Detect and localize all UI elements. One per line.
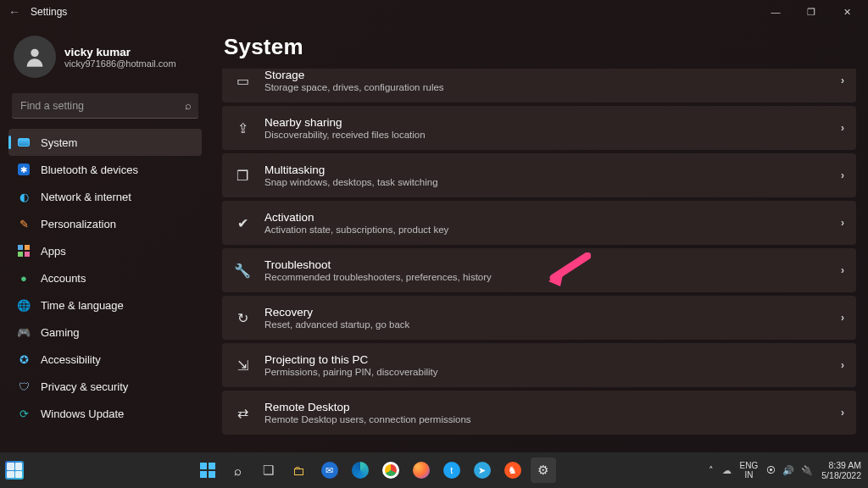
- row-subtitle: Snap windows, desktops, task switching: [264, 177, 827, 187]
- multitask-icon: ❐: [234, 168, 251, 184]
- chevron-right-icon: ›: [841, 264, 844, 276]
- system-tray[interactable]: ⦿ 🔊 🔌: [766, 465, 813, 476]
- row-title: Activation: [264, 211, 827, 224]
- sidebar-item-privacy[interactable]: 🛡 Privacy & security: [8, 373, 202, 400]
- sidebar-item-gaming[interactable]: 🎮 Gaming: [8, 319, 202, 346]
- row-multitasking[interactable]: ❐ Multitasking Snap windows, desktops, t…: [222, 153, 856, 197]
- share-icon: ⇪: [234, 120, 251, 136]
- svg-point-0: [31, 49, 38, 57]
- recovery-icon: ↻: [234, 310, 251, 326]
- settings-list[interactable]: ▭ Storage Storage space, drives, configu…: [222, 69, 860, 450]
- row-title: Storage: [264, 69, 827, 81]
- wifi-tray-icon: ⦿: [766, 465, 776, 475]
- sidebar-item-label: Accessibility: [41, 353, 101, 366]
- row-subtitle: Reset, advanced startup, go back: [264, 319, 827, 330]
- row-title: Nearby sharing: [264, 116, 827, 129]
- sidebar-item-label: Apps: [41, 245, 66, 258]
- firefox-browser[interactable]: [409, 458, 434, 483]
- clock[interactable]: 8:39 AM 5/18/2022: [821, 460, 861, 480]
- power-tray-icon: 🔌: [801, 465, 813, 476]
- start-button[interactable]: [195, 458, 220, 483]
- nav-list: System ✱ Bluetooth & devices ◐ Network &…: [8, 129, 202, 427]
- row-title: Remote Desktop: [264, 401, 827, 413]
- sidebar-item-apps[interactable]: Apps: [8, 237, 202, 264]
- titlebar: ← Settings — ❐ ✕: [0, 0, 868, 24]
- volume-tray-icon: 🔊: [782, 465, 794, 476]
- brave-browser[interactable]: ♞: [500, 458, 526, 483]
- tray-chevron-icon[interactable]: ˄: [709, 465, 714, 476]
- apps-icon: [17, 244, 31, 258]
- search-icon: ⌕: [185, 99, 192, 112]
- bluetooth-icon: ✱: [17, 163, 31, 176]
- sidebar-item-label: Gaming: [41, 326, 80, 339]
- row-recovery[interactable]: ↻ Recovery Reset, advanced startup, go b…: [222, 296, 856, 340]
- chevron-right-icon: ›: [841, 217, 844, 229]
- window-title: Settings: [31, 6, 67, 18]
- profile-block[interactable]: vicky kumar vicky971686@hotmail.com: [8, 30, 202, 90]
- sidebar-item-bluetooth[interactable]: ✱ Bluetooth & devices: [8, 156, 202, 183]
- row-title: Troubleshoot: [264, 258, 827, 271]
- remote-icon: ⇄: [234, 405, 251, 421]
- taskbar-search[interactable]: ⌕: [225, 458, 251, 483]
- system-icon: [17, 136, 31, 149]
- telegram-app[interactable]: ➤: [470, 458, 495, 483]
- chevron-right-icon: ›: [841, 169, 844, 181]
- gaming-icon: 🎮: [17, 325, 31, 339]
- language-indicator[interactable]: ENG IN: [740, 461, 759, 480]
- sidebar-item-accessibility[interactable]: ✪ Accessibility: [8, 346, 202, 373]
- widgets-button[interactable]: [5, 461, 24, 480]
- row-subtitle: Remote Desktop users, connection permiss…: [264, 414, 827, 424]
- sidebar-item-label: Network & internet: [41, 191, 131, 203]
- row-subtitle: Storage space, drives, configuration rul…: [264, 82, 827, 92]
- check-icon: ✔: [234, 215, 251, 231]
- chevron-right-icon: ›: [841, 312, 844, 324]
- sidebar-item-label: Windows Update: [41, 408, 124, 420]
- brush-icon: ✎: [17, 217, 31, 230]
- shield-icon: 🛡: [17, 380, 31, 393]
- sidebar: vicky kumar vicky971686@hotmail.com ⌕ Sy…: [0, 24, 210, 452]
- profile-email: vicky971686@hotmail.com: [64, 58, 176, 69]
- minimize-button[interactable]: —: [758, 0, 793, 24]
- edge-browser[interactable]: [348, 458, 373, 483]
- twitter-app[interactable]: t: [439, 458, 465, 483]
- globe-icon: 🌐: [17, 298, 31, 312]
- sidebar-item-accounts[interactable]: ● Accounts: [8, 264, 202, 291]
- row-subtitle: Permissions, pairing PIN, discoverabilit…: [264, 367, 827, 377]
- sidebar-item-label: Accounts: [41, 272, 86, 285]
- close-button[interactable]: ✕: [829, 0, 865, 24]
- row-nearby-sharing[interactable]: ⇪ Nearby sharing Discoverability, receiv…: [222, 106, 856, 150]
- row-subtitle: Discoverability, received files location: [264, 130, 827, 140]
- update-icon: ⟳: [17, 407, 31, 420]
- avatar: [14, 36, 56, 78]
- chevron-right-icon: ›: [841, 75, 844, 86]
- row-activation[interactable]: ✔ Activation Activation state, subscript…: [222, 201, 856, 245]
- row-projecting[interactable]: ⇲ Projecting to this PC Permissions, pai…: [222, 343, 856, 387]
- settings-app[interactable]: ⚙: [531, 458, 556, 483]
- sidebar-item-label: System: [41, 136, 77, 149]
- sidebar-item-windows-update[interactable]: ⟳ Windows Update: [8, 400, 202, 427]
- chevron-right-icon: ›: [841, 407, 844, 419]
- sidebar-item-label: Personalization: [41, 218, 116, 230]
- row-storage[interactable]: ▭ Storage Storage space, drives, configu…: [222, 69, 856, 103]
- maximize-button[interactable]: ❐: [793, 0, 829, 24]
- search-input[interactable]: [12, 93, 198, 119]
- row-remote-desktop[interactable]: ⇄ Remote Desktop Remote Desktop users, c…: [222, 391, 856, 435]
- back-button[interactable]: ←: [3, 1, 25, 23]
- sidebar-item-time-language[interactable]: 🌐 Time & language: [8, 291, 202, 319]
- onedrive-icon[interactable]: ☁: [722, 465, 732, 476]
- task-view[interactable]: ❏: [256, 458, 281, 483]
- chrome-browser[interactable]: [378, 458, 403, 483]
- row-title: Projecting to this PC: [264, 353, 827, 366]
- file-explorer[interactable]: 🗀: [287, 458, 312, 483]
- mail-app[interactable]: ✉: [317, 458, 342, 483]
- row-troubleshoot[interactable]: 🔧 Troubleshoot Recommended troubleshoote…: [222, 248, 856, 292]
- storage-icon: ▭: [234, 73, 251, 89]
- sidebar-item-personalization[interactable]: ✎ Personalization: [8, 210, 202, 237]
- chevron-right-icon: ›: [841, 359, 844, 371]
- sidebar-item-system[interactable]: System: [8, 129, 202, 156]
- sidebar-item-network[interactable]: ◐ Network & internet: [8, 183, 202, 210]
- sidebar-item-label: Time & language: [41, 299, 124, 312]
- chevron-right-icon: ›: [841, 122, 844, 134]
- profile-name: vicky kumar: [64, 46, 176, 58]
- project-icon: ⇲: [234, 358, 251, 374]
